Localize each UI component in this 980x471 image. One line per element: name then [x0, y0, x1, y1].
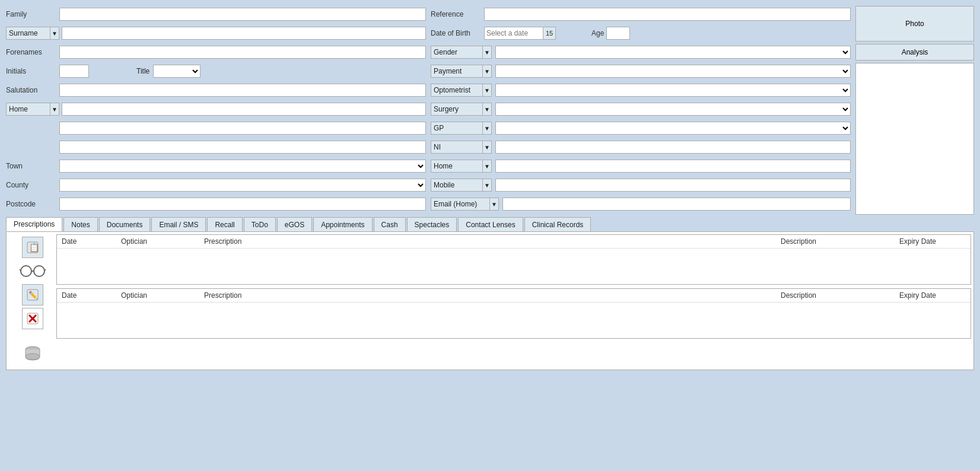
town-select[interactable]	[59, 160, 426, 173]
family-input[interactable]	[59, 8, 426, 21]
surgery-arrow[interactable]: ▼	[482, 103, 492, 116]
prescription-table-1: Date Optician Prescription Description E…	[56, 234, 971, 285]
tab-prescriptions[interactable]: Prescriptions	[6, 217, 62, 231]
ni-dropdown: NI ▼	[431, 141, 492, 154]
salutation-label: Salutation	[6, 86, 59, 94]
gender-label: Gender	[431, 46, 483, 59]
gp-label: GP	[431, 122, 483, 135]
svg-point-13	[26, 354, 40, 359]
home2-arrow[interactable]: ▼	[482, 160, 492, 173]
home-label: Home	[6, 103, 50, 116]
edit-prescription-btn[interactable]: ✏️	[22, 284, 43, 305]
age-input[interactable]	[606, 27, 630, 40]
gender-arrow[interactable]: ▼	[482, 46, 492, 59]
tab-egos[interactable]: eGOS	[277, 217, 312, 231]
prescriptions-toolbar: 📋 ✏️	[9, 234, 56, 367]
email-home-input[interactable]	[502, 198, 851, 211]
table1-header: Date Optician Prescription Description E…	[57, 235, 971, 249]
table1-col-description: Description	[778, 236, 897, 247]
home-row: Home ▼	[6, 101, 426, 117]
tab-email-sms[interactable]: Email / SMS	[151, 217, 206, 231]
surname-dropdown-arrow[interactable]: ▼	[50, 27, 59, 40]
optometrist-arrow[interactable]: ▼	[482, 84, 492, 97]
tabs-bar: Prescriptions Notes Documents Email / SM…	[6, 217, 974, 231]
optometrist-label: Optometrist	[431, 84, 483, 97]
table1-col-date: Date	[59, 236, 119, 247]
email-home-row: Email (Home) ▼	[431, 196, 851, 212]
address2-row	[6, 120, 426, 136]
forenames-input[interactable]	[59, 46, 426, 59]
left-col: Family Surname ▼ Forenames Initials Tit	[6, 6, 431, 215]
age-label: Age	[591, 29, 604, 37]
gp-row: GP ▼	[431, 120, 851, 136]
optometrist-dropdown: Optometrist ▼	[431, 84, 492, 97]
payment-label: Payment	[431, 65, 483, 78]
mobile-label: Mobile	[431, 179, 483, 192]
prescriptions-tables: Date Optician Prescription Description E…	[56, 234, 971, 367]
prescription-table-2: Date Optician Prescription Description E…	[56, 288, 971, 339]
tab-notes[interactable]: Notes	[63, 217, 97, 231]
payment-arrow[interactable]: ▼	[482, 65, 492, 78]
tab-clinical-records[interactable]: Clinical Records	[524, 217, 591, 231]
family-row: Family	[6, 6, 426, 23]
county-select[interactable]	[59, 179, 426, 192]
title-select[interactable]	[153, 65, 201, 78]
tab-appointments[interactable]: Appointments	[313, 217, 372, 231]
address2-input[interactable]	[59, 122, 426, 135]
gp-dropdown: GP ▼	[431, 122, 492, 135]
reference-row: Reference	[431, 6, 851, 23]
home-address-input[interactable]	[62, 103, 426, 116]
postcode-input[interactable]	[59, 198, 426, 211]
salutation-input[interactable]	[59, 84, 426, 97]
table1-body	[57, 249, 971, 284]
payment-select[interactable]	[495, 65, 851, 78]
email-home-arrow[interactable]: ▼	[489, 198, 499, 211]
home-dropdown-arrow[interactable]: ▼	[50, 103, 59, 116]
table1-col-prescription: Prescription	[202, 236, 778, 247]
home-phone-input[interactable]	[495, 160, 851, 173]
prescriptions-content: 📋 ✏️	[9, 234, 971, 367]
table2-header: Date Optician Prescription Description E…	[57, 289, 971, 303]
tab-contact-lenses[interactable]: Contact Lenses	[458, 217, 523, 231]
email-home-label: Email (Home)	[431, 198, 490, 211]
optometrist-row: Optometrist ▼	[431, 82, 851, 98]
gp-select[interactable]	[495, 122, 851, 135]
tab-todo[interactable]: ToDo	[244, 217, 276, 231]
initials-input[interactable]	[59, 65, 89, 78]
dob-input[interactable]	[484, 27, 543, 40]
surname-label: Surname	[6, 27, 50, 40]
reference-input[interactable]	[484, 8, 851, 21]
payment-row: Payment ▼	[431, 63, 851, 79]
dob-row: Date of Birth 15 Age	[431, 25, 851, 42]
mobile-row: Mobile ▼	[431, 177, 851, 193]
address3-input[interactable]	[59, 141, 426, 154]
gp-arrow[interactable]: ▼	[482, 122, 492, 135]
photo-button[interactable]: Photo	[855, 6, 974, 42]
county-label: County	[6, 181, 59, 189]
analysis-button[interactable]: Analysis	[855, 44, 974, 61]
calendar-btn[interactable]: 15	[543, 27, 556, 40]
new-prescription-btn[interactable]: 📋	[22, 237, 43, 258]
table2-col-optician: Optician	[119, 290, 202, 301]
tab-recall[interactable]: Recall	[207, 217, 242, 231]
ni-input[interactable]	[495, 141, 851, 154]
surgery-select[interactable]	[495, 103, 851, 116]
optometrist-select[interactable]	[495, 84, 851, 97]
svg-point-2	[21, 266, 31, 276]
tab-documents[interactable]: Documents	[99, 217, 151, 231]
database-icon	[18, 343, 47, 365]
surname-input[interactable]	[62, 27, 426, 40]
town-label: Town	[6, 162, 59, 170]
mobile-arrow[interactable]: ▼	[482, 179, 492, 192]
tab-cash[interactable]: Cash	[374, 217, 406, 231]
ni-arrow[interactable]: ▼	[482, 141, 492, 154]
tab-spectacles[interactable]: Spectacles	[407, 217, 457, 231]
gender-select[interactable]	[495, 46, 851, 59]
email-home-dropdown: Email (Home) ▼	[431, 198, 499, 211]
title-label: Title	[136, 67, 149, 75]
gender-dropdown: Gender ▼	[431, 46, 492, 59]
delete-prescription-btn[interactable]	[22, 308, 43, 329]
svg-point-3	[34, 266, 44, 276]
main-container: Family Surname ▼ Forenames Initials Tit	[0, 0, 980, 376]
mobile-input[interactable]	[495, 179, 851, 192]
